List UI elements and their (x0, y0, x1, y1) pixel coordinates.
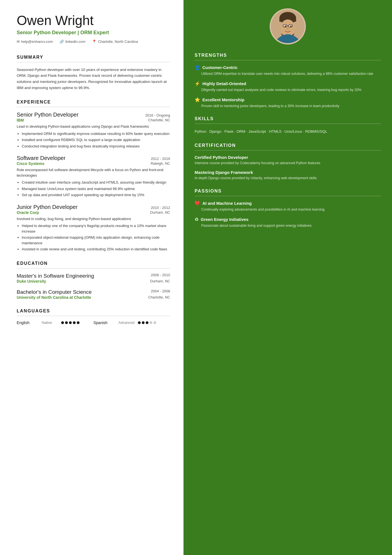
green-energy-icon: ♻ (195, 217, 199, 222)
exp-role-1: Senior Python Developer (17, 112, 78, 118)
certification-title: CERTIFICATION (195, 143, 381, 151)
dot (73, 321, 76, 324)
exp-bullet-2-2: Managed basic Unix/Linux system tasks an… (22, 186, 170, 192)
passions-section: PASSIONS ❤️ AI and Machine Learning Cont… (195, 189, 381, 228)
passion-item-2: ♻ Green Energy Initiatives Passionate ab… (195, 217, 381, 228)
left-column: Owen Wright Senior Python Developer | OR… (0, 0, 183, 555)
exp-item-1: Senior Python Developer 2016 - Ongoing I… (17, 112, 170, 149)
passion-header-2: ♻ Green Energy Initiatives (195, 217, 381, 222)
exp-bullet-3-1: Helped to develop one of the company's f… (22, 223, 170, 234)
exp-sub-3: Oracle Corp Durham, NC (17, 210, 170, 215)
edu-item-2: Bachelor's in Computer Science 2004 - 20… (17, 289, 170, 300)
exp-bullet-1-3: Conducted integration testing and bug fi… (22, 144, 170, 149)
exp-sub-1: IBM Charlotte, NC (17, 118, 170, 122)
strengths-title: STRENGTHS (195, 53, 381, 60)
lang-spanish-level: Advanced (118, 320, 138, 325)
strength-item-2: ⚡ Highly Detail-Oriented Diligently carr… (195, 81, 381, 93)
svg-point-6 (285, 26, 286, 27)
dot (146, 321, 148, 324)
location-text: Charlotte, North Carolina (98, 40, 138, 44)
linkedin-text: linkedin.com (65, 40, 85, 44)
exp-company-1: IBM (17, 118, 24, 122)
edu-location-2: Charlotte, NC (148, 295, 170, 300)
exp-header-2: Software Developer 2012 - 2016 (17, 155, 170, 161)
exp-header-3: Junior Python Developer 2010 - 2012 (17, 204, 170, 210)
candidate-title: Senior Python Developer | ORM Expert (17, 30, 170, 36)
svg-point-11 (287, 28, 289, 29)
exp-desc-1: Lead in developing Python-based applicat… (17, 124, 170, 129)
exp-dates-1: 2016 - Ongoing (145, 113, 170, 117)
edu-dates-2: 2004 - 2008 (151, 289, 170, 295)
summary-title: SUMMARY (17, 55, 170, 62)
education-title: EDUCATION (17, 261, 170, 268)
lang-english-dots (61, 321, 80, 324)
edu-degree-1: Master's in Software Engineering (17, 273, 94, 279)
edu-header-1: Master's in Software Engineering 2008 - … (17, 273, 170, 279)
summary-text: Seasoned Python developer with over 10 y… (17, 67, 170, 91)
exp-header-1: Senior Python Developer 2016 - Ongoing (17, 112, 170, 118)
exp-bullet-3-2: Incorporated object-relational mapping (… (22, 235, 170, 246)
edu-item-1: Master's in Software Engineering 2008 - … (17, 273, 170, 283)
exp-desc-2: Role encompassed full software developme… (17, 167, 170, 178)
exp-location-3: Durham, NC (150, 210, 170, 215)
strength-desc-3: Proven skill in mentoring junior develop… (195, 103, 381, 109)
dot (65, 321, 68, 324)
exp-item-3: Junior Python Developer 2010 - 2012 Orac… (17, 204, 170, 252)
exp-role-2: Software Developer (17, 155, 66, 161)
contact-row: ✉ help@enhancv.com 🔗 linkedin.com 📍 Char… (17, 40, 170, 44)
cert-item-2: Mastering Django Framework In-depth Djan… (195, 170, 381, 181)
strength-header-3: ⭐ Excellent Mentorship (195, 97, 381, 102)
exp-dates-2: 2012 - 2016 (151, 157, 170, 161)
edu-school-1: Duke University (17, 279, 46, 283)
strength-header-2: ⚡ Highly Detail-Oriented (195, 81, 381, 86)
edu-sub-2: University of North Carolina at Charlott… (17, 295, 170, 300)
dot (77, 321, 80, 324)
strength-name-2: Highly Detail-Oriented (202, 81, 246, 86)
edu-location-1: Durham, NC (150, 279, 170, 283)
strength-header-1: 👤 Customer-Centric (195, 65, 381, 70)
header-section: Owen Wright Senior Python Developer | OR… (17, 13, 170, 44)
experience-section: EXPERIENCE Senior Python Developer 2016 … (17, 100, 170, 252)
exp-bullet-1-1: Implemented ORM to significantly improve… (22, 131, 170, 137)
exp-bullet-1-2: Installed and configured RDBMS/ SQL to s… (22, 137, 170, 143)
passion-desc-2: Passionate about sustainable living and … (195, 223, 381, 228)
exp-role-3: Junior Python Developer (17, 204, 78, 210)
exp-location-2: Raleigh, NC (151, 161, 170, 166)
lang-spanish-dots (138, 321, 156, 324)
avatar-area (195, 0, 381, 53)
dot (69, 321, 72, 324)
cert-desc-2: In-depth Django course provided by Udaci… (195, 176, 381, 181)
dot (150, 321, 152, 324)
ai-passion-icon: ❤️ (195, 201, 200, 206)
strength-item-3: ⭐ Excellent Mentorship Proven skill in m… (195, 97, 381, 109)
svg-point-7 (290, 26, 292, 27)
edu-degree-2: Bachelor's in Computer Science (17, 289, 92, 295)
exp-item-2: Software Developer 2012 - 2016 Cisco Sys… (17, 155, 170, 198)
email-text: help@enhancv.com (21, 40, 53, 44)
mentorship-icon: ⭐ (195, 97, 200, 102)
passion-name-2: Green Energy Initiatives (201, 217, 249, 222)
dot (142, 321, 145, 324)
location-icon: 📍 (92, 40, 96, 44)
education-section: EDUCATION Master's in Software Engineeri… (17, 261, 170, 300)
dot (153, 321, 156, 324)
passion-desc-1: Continually exploring advancements and p… (195, 207, 381, 212)
edu-header-2: Bachelor's in Computer Science 2004 - 20… (17, 289, 170, 295)
strength-desc-1: Utilized ORM expertise to translate user… (195, 71, 381, 77)
email-contact: ✉ help@enhancv.com (17, 40, 53, 44)
edu-dates-1: 2008 - 2010 (151, 273, 170, 279)
resume-container: Owen Wright Senior Python Developer | OR… (0, 0, 392, 555)
detail-oriented-icon: ⚡ (195, 81, 200, 86)
languages-title: LANGUAGES (17, 309, 170, 316)
edu-sub-1: Duke University Durham, NC (17, 279, 170, 283)
exp-location-1: Charlotte, NC (148, 118, 170, 122)
exp-bullet-2-1: Created intuitive user interface using J… (22, 180, 170, 185)
email-icon: ✉ (17, 40, 20, 44)
passions-title: PASSIONS (195, 189, 381, 196)
right-column: STRENGTHS 👤 Customer-Centric Utilized OR… (183, 0, 392, 555)
exp-bullets-1: Implemented ORM to significantly improve… (17, 131, 170, 149)
exp-desc-3: Involved in coding, bug fixing, and desi… (17, 216, 170, 222)
exp-company-3: Oracle Corp (17, 210, 39, 215)
lang-spanish-name: Spanish (93, 320, 118, 325)
skills-text: Python · Django · Flask · ORM · JavaScri… (195, 128, 381, 135)
